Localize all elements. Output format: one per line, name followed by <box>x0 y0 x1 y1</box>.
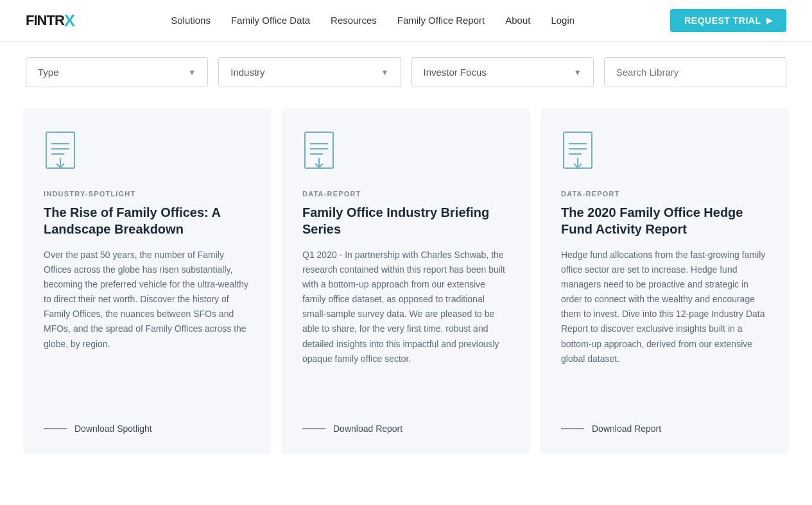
navbar: FINTR X Solutions Family Office Data Res… <box>0 0 812 42</box>
investor-focus-chevron-icon: ▼ <box>574 68 582 77</box>
card-data-report-1: DATA-REPORT Family Office Industry Brief… <box>282 108 530 454</box>
card-desc-1: Q1 2020 - In partnership with Charles Sc… <box>302 248 510 403</box>
search-input[interactable] <box>604 57 786 87</box>
card-desc-0: Over the past 50 years, the number of Fa… <box>44 248 251 403</box>
document-download-icon-2 <box>302 131 341 176</box>
card-tag-0: INDUSTRY-SPOTLIGHT <box>44 190 251 198</box>
cards-grid: INDUSTRY-SPOTLIGHT The Rise of Family Of… <box>0 103 812 485</box>
card-tag-2: DATA-REPORT <box>561 190 768 198</box>
trial-arrow-icon: ▶ <box>766 16 773 25</box>
document-download-icon <box>44 131 82 176</box>
card-desc-2: Hedge fund allocations from the fast-gro… <box>561 248 768 403</box>
nav-resources[interactable]: Resources <box>331 15 377 26</box>
industry-chevron-icon: ▼ <box>381 68 389 77</box>
nav-family-office-report[interactable]: Family Office Report <box>397 15 485 26</box>
investor-focus-filter[interactable]: Investor Focus ▼ <box>411 57 594 87</box>
filters-bar: Type ▼ Industry ▼ Investor Focus ▼ <box>0 42 812 103</box>
card-data-report-2: DATA-REPORT The 2020 Family Office Hedge… <box>540 108 789 454</box>
industry-filter-label: Industry <box>230 67 264 78</box>
nav-solutions[interactable]: Solutions <box>171 15 211 26</box>
footer-line-0 <box>44 428 67 429</box>
card-cta-1[interactable]: Download Report <box>333 424 402 434</box>
type-filter[interactable]: Type ▼ <box>26 57 208 87</box>
card-footer-0: Download Spotlight <box>44 424 251 434</box>
request-trial-label: REQUEST TRIAL <box>684 15 761 26</box>
type-chevron-icon: ▼ <box>188 68 196 77</box>
card-cta-0[interactable]: Download Spotlight <box>74 424 152 434</box>
logo[interactable]: FINTR X <box>26 11 75 31</box>
request-trial-button[interactable]: REQUEST TRIAL ▶ <box>670 9 786 32</box>
footer-line-1 <box>302 428 325 429</box>
logo-fintr: FINTR <box>26 12 64 29</box>
investor-focus-filter-label: Investor Focus <box>424 67 487 78</box>
card-tag-1: DATA-REPORT <box>302 190 510 198</box>
card-cta-2[interactable]: Download Report <box>592 424 661 434</box>
nav-family-office-data[interactable]: Family Office Data <box>231 15 310 26</box>
industry-filter[interactable]: Industry ▼ <box>218 57 401 87</box>
card-title-0: The Rise of Family Offices: A Landscape … <box>44 204 251 237</box>
logo-x: X <box>64 11 75 31</box>
card-industry-spotlight: INDUSTRY-SPOTLIGHT The Rise of Family Of… <box>23 108 272 454</box>
nav-login[interactable]: Login <box>551 15 574 26</box>
card-title-1: Family Office Industry Briefing Series <box>302 204 510 237</box>
nav-links: Solutions Family Office Data Resources F… <box>171 15 574 26</box>
card-title-2: The 2020 Family Office Hedge Fund Activi… <box>561 204 768 237</box>
card-footer-1: Download Report <box>302 424 510 434</box>
nav-about[interactable]: About <box>505 15 530 26</box>
document-download-icon-3 <box>561 131 600 176</box>
footer-line-2 <box>561 428 584 429</box>
type-filter-label: Type <box>38 67 59 78</box>
card-footer-2: Download Report <box>561 424 768 434</box>
